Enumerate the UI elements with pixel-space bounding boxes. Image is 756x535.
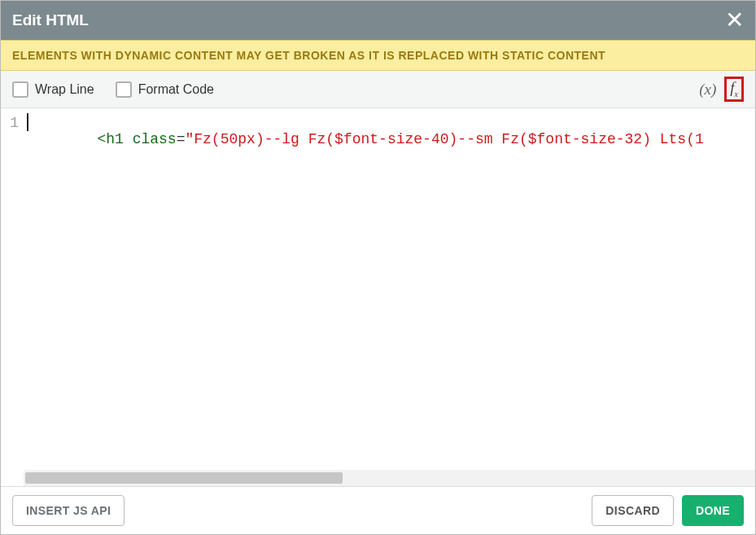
checkbox-box-icon [116,81,132,98]
done-button[interactable]: DONE [682,495,744,526]
editor-area[interactable]: 1 <h1 class="Fz(50px)--lg Fz($font-size-… [1,108,755,487]
horizontal-scrollbar[interactable] [24,470,755,486]
scrollbar-thumb[interactable] [25,472,343,484]
insert-js-api-button[interactable]: INSERT JS API [12,495,125,526]
toolbar-left: Wrap Line Format Code [12,81,229,98]
toolbar-right: (x) fx [696,77,744,103]
edit-html-modal: Edit HTML ✕ ELEMENTS WITH DYNAMIC CONTEN… [0,0,756,535]
modal-title: Edit HTML [12,11,89,29]
warning-banner: ELEMENTS WITH DYNAMIC CONTENT MAY GET BR… [1,40,755,71]
line-gutter: 1 [1,108,24,486]
fx-button[interactable]: fx [724,77,744,103]
wrap-line-checkbox[interactable]: Wrap Line [12,81,94,98]
close-icon[interactable]: ✕ [725,9,744,32]
editor-toolbar: Wrap Line Format Code (x) fx [1,71,755,108]
code-block: 1 <h1 class="Fz(50px)--lg Fz($font-size-… [1,108,755,486]
titlebar: Edit HTML ✕ [1,1,755,40]
code-content[interactable]: <h1 class="Fz(50px)--lg Fz($font-size-40… [24,108,755,486]
footer-right: DISCARD DONE [592,495,744,526]
wrap-line-label: Wrap Line [35,82,94,97]
format-code-label: Format Code [138,82,214,97]
text-caret [27,113,28,131]
code-line: <h1 class="Fz(50px)--lg Fz($font-size-40… [97,131,703,147]
checkbox-box-icon [12,81,28,98]
variable-icon[interactable]: (x) [696,79,719,100]
fx-icon: fx [730,79,738,99]
discard-button[interactable]: DISCARD [592,495,674,526]
modal-footer: INSERT JS API DISCARD DONE [1,487,755,534]
format-code-checkbox[interactable]: Format Code [116,81,214,98]
line-number: 1 [1,115,19,131]
